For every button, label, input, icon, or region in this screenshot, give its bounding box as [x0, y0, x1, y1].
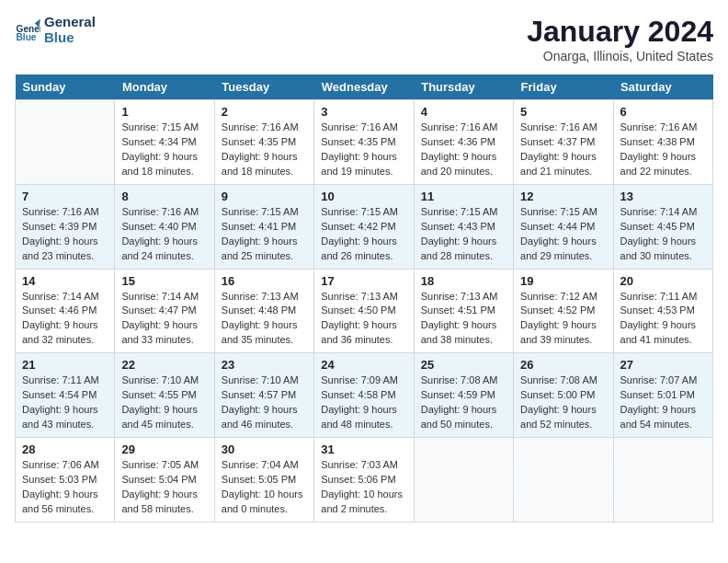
day-info: Sunrise: 7:16 AM Sunset: 4:38 PM Dayligh… [620, 121, 706, 179]
page-header: General Blue General Blue January 2024 O… [15, 15, 713, 63]
day-info: Sunrise: 7:10 AM Sunset: 4:57 PM Dayligh… [222, 373, 307, 432]
day-cell: 1Sunrise: 7:15 AM Sunset: 4:34 PM Daylig… [115, 100, 214, 185]
day-info: Sunrise: 7:15 AM Sunset: 4:44 PM Dayligh… [520, 205, 606, 264]
day-number: 12 [520, 190, 606, 203]
day-number: 31 [321, 442, 406, 456]
day-info: Sunrise: 7:08 AM Sunset: 5:00 PM Dayligh… [520, 373, 606, 432]
day-number: 1 [121, 105, 207, 119]
day-info: Sunrise: 7:16 AM Sunset: 4:37 PM Dayligh… [520, 121, 606, 179]
day-cell [613, 438, 712, 523]
col-header-saturday: Saturday [613, 75, 712, 100]
calendar-table: SundayMondayTuesdayWednesdayThursdayFrid… [15, 75, 713, 523]
col-header-wednesday: Wednesday [314, 75, 414, 100]
day-cell: 20Sunrise: 7:11 AM Sunset: 4:53 PM Dayli… [613, 269, 712, 353]
day-info: Sunrise: 7:16 AM Sunset: 4:36 PM Dayligh… [421, 121, 506, 179]
day-cell: 18Sunrise: 7:13 AM Sunset: 4:51 PM Dayli… [414, 269, 513, 353]
day-number: 24 [321, 358, 406, 372]
week-row-3: 14Sunrise: 7:14 AM Sunset: 4:46 PM Dayli… [16, 269, 713, 353]
day-cell: 21Sunrise: 7:11 AM Sunset: 4:54 PM Dayli… [16, 353, 115, 438]
day-cell: 13Sunrise: 7:14 AM Sunset: 4:45 PM Dayli… [613, 184, 712, 269]
day-number: 14 [22, 274, 108, 288]
day-cell: 9Sunrise: 7:15 AM Sunset: 4:41 PM Daylig… [214, 184, 313, 269]
day-info: Sunrise: 7:07 AM Sunset: 5:01 PM Dayligh… [620, 373, 706, 432]
day-info: Sunrise: 7:14 AM Sunset: 4:45 PM Dayligh… [620, 205, 706, 264]
day-number: 17 [321, 274, 406, 288]
day-number: 20 [620, 274, 706, 288]
day-cell: 2Sunrise: 7:16 AM Sunset: 4:35 PM Daylig… [214, 100, 313, 185]
day-info: Sunrise: 7:14 AM Sunset: 4:47 PM Dayligh… [121, 290, 207, 349]
day-number: 26 [520, 358, 606, 372]
week-row-4: 21Sunrise: 7:11 AM Sunset: 4:54 PM Dayli… [16, 353, 713, 438]
logo: General Blue General Blue [15, 15, 96, 45]
day-cell: 22Sunrise: 7:10 AM Sunset: 4:55 PM Dayli… [115, 353, 214, 438]
day-cell: 25Sunrise: 7:08 AM Sunset: 4:59 PM Dayli… [414, 353, 513, 438]
day-number: 25 [421, 358, 506, 372]
day-info: Sunrise: 7:11 AM Sunset: 4:53 PM Dayligh… [620, 290, 706, 349]
week-row-5: 28Sunrise: 7:06 AM Sunset: 5:03 PM Dayli… [16, 438, 713, 523]
day-cell: 17Sunrise: 7:13 AM Sunset: 4:50 PM Dayli… [314, 269, 414, 353]
day-cell: 3Sunrise: 7:16 AM Sunset: 4:35 PM Daylig… [314, 100, 414, 185]
day-info: Sunrise: 7:16 AM Sunset: 4:35 PM Dayligh… [222, 121, 307, 179]
day-cell: 5Sunrise: 7:16 AM Sunset: 4:37 PM Daylig… [514, 100, 613, 185]
logo-blue: Blue [44, 30, 96, 46]
day-number: 15 [121, 274, 207, 288]
day-number: 23 [222, 358, 307, 372]
day-number: 18 [421, 274, 506, 288]
day-number: 27 [620, 358, 706, 372]
day-cell: 19Sunrise: 7:12 AM Sunset: 4:52 PM Dayli… [514, 269, 613, 353]
day-cell: 12Sunrise: 7:15 AM Sunset: 4:44 PM Dayli… [514, 184, 613, 269]
day-number: 21 [22, 358, 108, 372]
day-cell: 29Sunrise: 7:05 AM Sunset: 5:04 PM Dayli… [115, 438, 214, 523]
day-number: 5 [520, 105, 606, 119]
day-info: Sunrise: 7:13 AM Sunset: 4:48 PM Dayligh… [222, 290, 307, 349]
col-header-sunday: Sunday [16, 75, 115, 100]
title-block: January 2024 Onarga, Illinois, United St… [527, 15, 713, 63]
day-info: Sunrise: 7:16 AM Sunset: 4:35 PM Dayligh… [321, 121, 406, 179]
day-number: 28 [22, 442, 108, 456]
day-info: Sunrise: 7:15 AM Sunset: 4:42 PM Dayligh… [321, 205, 406, 264]
day-number: 16 [222, 274, 307, 288]
day-cell: 7Sunrise: 7:16 AM Sunset: 4:39 PM Daylig… [16, 184, 115, 269]
day-info: Sunrise: 7:08 AM Sunset: 4:59 PM Dayligh… [421, 373, 506, 432]
day-cell: 31Sunrise: 7:03 AM Sunset: 5:06 PM Dayli… [314, 438, 414, 523]
day-info: Sunrise: 7:09 AM Sunset: 4:58 PM Dayligh… [321, 373, 406, 432]
logo-general: General [44, 15, 96, 30]
day-cell: 4Sunrise: 7:16 AM Sunset: 4:36 PM Daylig… [414, 100, 513, 185]
week-row-1: 1Sunrise: 7:15 AM Sunset: 4:34 PM Daylig… [16, 100, 713, 185]
day-info: Sunrise: 7:10 AM Sunset: 4:55 PM Dayligh… [121, 373, 207, 432]
day-number: 11 [421, 190, 506, 203]
day-number: 13 [620, 190, 706, 203]
day-info: Sunrise: 7:15 AM Sunset: 4:34 PM Dayligh… [121, 121, 207, 179]
day-info: Sunrise: 7:15 AM Sunset: 4:43 PM Dayligh… [421, 205, 506, 264]
day-info: Sunrise: 7:06 AM Sunset: 5:03 PM Dayligh… [22, 458, 108, 517]
day-info: Sunrise: 7:04 AM Sunset: 5:05 PM Dayligh… [222, 458, 307, 517]
day-cell: 27Sunrise: 7:07 AM Sunset: 5:01 PM Dayli… [613, 353, 712, 438]
day-number: 2 [222, 105, 307, 119]
day-info: Sunrise: 7:13 AM Sunset: 4:51 PM Dayligh… [421, 290, 506, 349]
col-header-monday: Monday [115, 75, 214, 100]
logo-icon: General Blue [15, 17, 40, 43]
day-cell [16, 100, 115, 185]
week-row-2: 7Sunrise: 7:16 AM Sunset: 4:39 PM Daylig… [16, 184, 713, 269]
day-cell: 23Sunrise: 7:10 AM Sunset: 4:57 PM Dayli… [214, 353, 313, 438]
day-info: Sunrise: 7:14 AM Sunset: 4:46 PM Dayligh… [22, 290, 108, 349]
day-number: 30 [222, 442, 307, 456]
day-cell: 15Sunrise: 7:14 AM Sunset: 4:47 PM Dayli… [115, 269, 214, 353]
day-number: 8 [121, 190, 207, 203]
col-header-thursday: Thursday [414, 75, 513, 100]
day-number: 9 [222, 190, 307, 203]
day-cell: 30Sunrise: 7:04 AM Sunset: 5:05 PM Dayli… [214, 438, 313, 523]
day-number: 10 [321, 190, 406, 203]
month-title: January 2024 [527, 15, 713, 49]
day-cell: 24Sunrise: 7:09 AM Sunset: 4:58 PM Dayli… [314, 353, 414, 438]
header-row: SundayMondayTuesdayWednesdayThursdayFrid… [16, 75, 713, 100]
day-info: Sunrise: 7:16 AM Sunset: 4:40 PM Dayligh… [121, 205, 207, 264]
day-number: 29 [121, 442, 207, 456]
day-info: Sunrise: 7:13 AM Sunset: 4:50 PM Dayligh… [321, 290, 406, 349]
day-number: 19 [520, 274, 606, 288]
day-info: Sunrise: 7:16 AM Sunset: 4:39 PM Dayligh… [22, 205, 108, 264]
day-cell: 16Sunrise: 7:13 AM Sunset: 4:48 PM Dayli… [214, 269, 313, 353]
day-info: Sunrise: 7:12 AM Sunset: 4:52 PM Dayligh… [520, 290, 606, 349]
col-header-friday: Friday [514, 75, 613, 100]
svg-text:Blue: Blue [17, 31, 37, 41]
